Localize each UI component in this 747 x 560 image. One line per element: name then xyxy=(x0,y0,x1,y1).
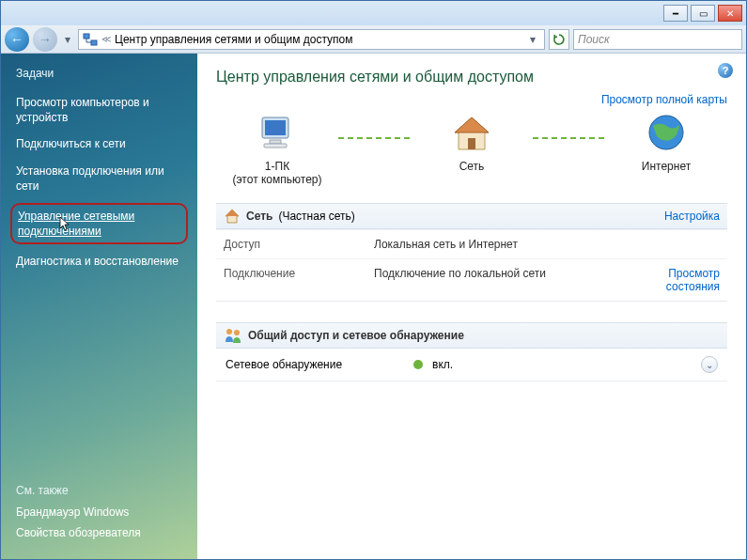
page-title: Центр управления сетями и общим доступом xyxy=(216,69,727,86)
window-frame: ━ ▭ ✕ ← → ▾ ≪ Центр управления сетями и … xyxy=(0,0,747,560)
task-view-computers[interactable]: Просмотр компьютеров и устройств xyxy=(16,95,182,125)
network-discovery-row: Сетевое обнаружение вкл. ⌄ xyxy=(216,349,727,381)
house-icon xyxy=(449,112,494,160)
connection-value: Подключение по локальной сети xyxy=(366,258,633,301)
access-value: Локальная сеть и Интернет xyxy=(366,229,633,258)
nav-back-button[interactable]: ← xyxy=(5,27,29,52)
breadcrumb-drop-icon[interactable]: ≪ xyxy=(101,34,111,44)
search-input[interactable]: Поиск xyxy=(573,29,742,50)
connection-label: Подключение xyxy=(216,258,366,301)
node-internet: Интернет xyxy=(605,112,727,186)
expand-button[interactable]: ⌄ xyxy=(701,356,718,373)
node-network-label: Сеть xyxy=(459,160,485,173)
task-connect-network[interactable]: Подключиться к сети xyxy=(16,136,182,151)
address-field[interactable]: ≪ Центр управления сетями и общим доступ… xyxy=(78,29,545,50)
see-also-internet-options[interactable]: Свойства обозревателя xyxy=(16,525,182,540)
customize-link[interactable]: Настройка xyxy=(664,210,720,223)
body-area: Задачи Просмотр компьютеров и устройств … xyxy=(1,54,746,559)
svg-rect-4 xyxy=(270,140,281,144)
svg-point-9 xyxy=(226,329,232,334)
minimize-button[interactable]: ━ xyxy=(663,5,688,22)
nav-history-dropdown[interactable]: ▾ xyxy=(61,33,74,46)
see-also-header: См. также xyxy=(16,484,182,497)
tasks-sidebar: Задачи Просмотр компьютеров и устройств … xyxy=(1,54,197,559)
view-full-map-link[interactable]: Просмотр полной карты xyxy=(601,93,727,106)
search-placeholder: Поиск xyxy=(578,33,610,46)
sidebar-see-also: См. также Брандмауэр Windows Свойства об… xyxy=(16,484,182,546)
svg-rect-0 xyxy=(84,34,89,39)
address-path: Центр управления сетями и общим доступом xyxy=(115,33,353,46)
connection-line xyxy=(338,137,411,139)
network-center-icon xyxy=(83,32,98,47)
task-diagnose-repair[interactable]: Диагностика и восстановление xyxy=(16,254,182,269)
svg-point-10 xyxy=(234,330,240,335)
help-icon[interactable]: ? xyxy=(718,63,733,78)
refresh-button[interactable] xyxy=(549,29,569,50)
house-icon xyxy=(224,208,241,225)
access-label: Доступ xyxy=(216,229,366,258)
sharing-section-header: Общий доступ и сетевое обнаружение xyxy=(216,322,727,349)
address-bar: ← → ▾ ≪ Центр управления сетями и общим … xyxy=(1,25,746,54)
tasks-header: Задачи xyxy=(16,67,182,80)
network-section-header: Сеть (Частная сеть) Настройка xyxy=(216,203,727,229)
highlighted-task-frame: Управление сетевыми подключениями xyxy=(10,203,188,244)
sharing-title: Общий доступ и сетевое обнаружение xyxy=(248,329,464,342)
titlebar: ━ ▭ ✕ xyxy=(1,1,746,25)
discovery-value: вкл. xyxy=(432,358,453,371)
content-pane: ? Центр управления сетями и общим доступ… xyxy=(197,54,746,559)
node-this-pc: 1-ПК (этот компьютер) xyxy=(216,112,338,186)
network-name: Сеть xyxy=(246,210,272,223)
close-button[interactable]: ✕ xyxy=(718,5,742,22)
network-map: 1-ПК (этот компьютер) Сеть xyxy=(216,112,727,186)
network-details-grid: Доступ Локальная сеть и Интернет Подключ… xyxy=(216,229,727,302)
nav-forward-button[interactable]: → xyxy=(33,27,57,52)
computer-icon xyxy=(255,112,300,160)
task-setup-connection[interactable]: Установка подключения или сети xyxy=(16,163,182,194)
connection-line xyxy=(533,137,605,139)
view-status-link[interactable]: Просмотр состояния xyxy=(666,267,720,293)
people-icon xyxy=(224,327,242,344)
svg-rect-1 xyxy=(91,40,97,45)
task-manage-connections[interactable]: Управление сетевыми подключениями xyxy=(18,209,180,239)
network-type: (Частная сеть) xyxy=(278,210,354,223)
discovery-label: Сетевое обнаружение xyxy=(226,358,404,371)
node-internet-label: Интернет xyxy=(642,160,691,173)
see-also-firewall[interactable]: Брандмауэр Windows xyxy=(16,505,182,520)
address-dropdown-icon[interactable]: ▾ xyxy=(525,33,540,46)
node-network: Сеть xyxy=(411,112,533,186)
globe-icon xyxy=(644,112,689,160)
svg-rect-3 xyxy=(265,120,286,135)
maximize-button[interactable]: ▭ xyxy=(691,5,715,22)
node-pc-sublabel: (этот компьютер) xyxy=(233,173,322,186)
svg-rect-6 xyxy=(468,138,475,149)
node-pc-label: 1-ПК xyxy=(265,160,289,173)
svg-rect-5 xyxy=(264,144,287,148)
status-on-icon xyxy=(413,360,423,369)
